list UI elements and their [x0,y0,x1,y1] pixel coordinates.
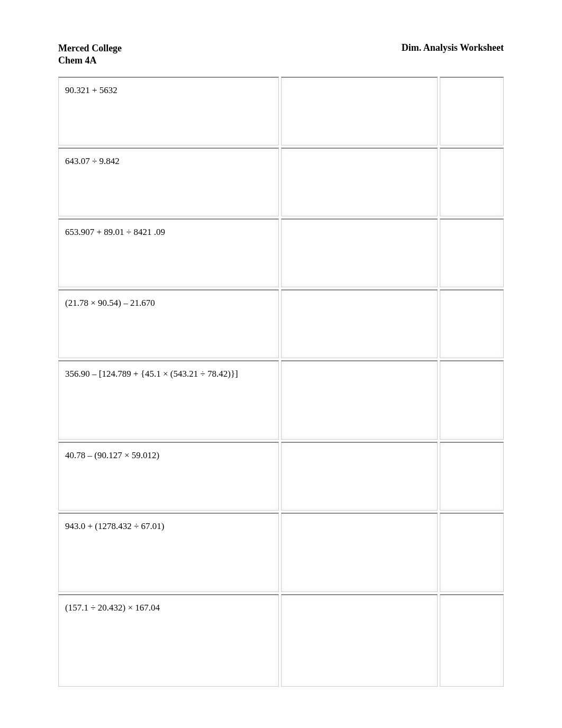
problem-cell: 643.07 ÷ 9.842 [58,148,279,216]
answer-cell [440,289,504,358]
table-row: (21.78 × 90.54) – 21.670 [58,289,504,358]
course-name: Chem 4A [58,54,122,67]
answer-cell [440,594,504,687]
work-cell [281,442,438,511]
answer-cell [440,148,504,216]
work-cell [281,289,438,358]
header-left: Merced College Chem 4A [58,42,122,67]
work-cell [281,594,438,687]
document-header: Merced College Chem 4A Dim. Analysis Wor… [58,42,504,67]
answer-cell [440,360,504,440]
problem-cell: 943.0 + (1278.432 ÷ 67.01) [58,513,279,592]
answer-cell [440,442,504,511]
worksheet-table: 90.321 + 5632 643.07 ÷ 9.842 653.907 + 8… [58,77,504,687]
problem-cell: (21.78 × 90.54) – 21.670 [58,289,279,358]
answer-cell [440,219,504,287]
table-row: 40.78 – (90.127 × 59.012) [58,442,504,511]
work-cell [281,360,438,440]
table-row: 356.90 – [124.789 + {45.1 × (543.21 ÷ 78… [58,360,504,440]
table-row: 90.321 + 5632 [58,77,504,145]
problem-cell: 356.90 – [124.789 + {45.1 × (543.21 ÷ 78… [58,360,279,440]
problem-cell: 40.78 – (90.127 × 59.012) [58,442,279,511]
work-cell [281,513,438,592]
table-row: 643.07 ÷ 9.842 [58,148,504,216]
problem-cell: 90.321 + 5632 [58,77,279,145]
answer-cell [440,77,504,145]
table-row: (157.1 ÷ 20.432) × 167.04 [58,594,504,687]
table-row: 653.907 + 89.01 ÷ 8421 .09 [58,219,504,287]
institution-name: Merced College [58,42,122,54]
table-row: 943.0 + (1278.432 ÷ 67.01) [58,513,504,592]
work-cell [281,219,438,287]
problem-cell: (157.1 ÷ 20.432) × 167.04 [58,594,279,687]
answer-cell [440,513,504,592]
problem-cell: 653.907 + 89.01 ÷ 8421 .09 [58,219,279,287]
work-cell [281,148,438,216]
work-cell [281,77,438,145]
worksheet-title: Dim. Analysis Worksheet [402,42,504,53]
